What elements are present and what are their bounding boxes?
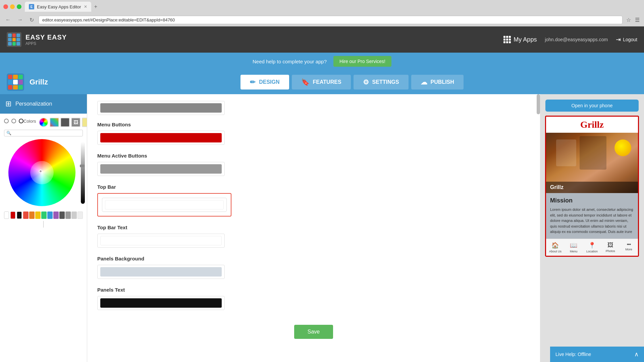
menu-nav-label: Menu: [570, 250, 578, 253]
brightness-thumb[interactable]: [80, 165, 85, 167]
live-help-bar[interactable]: Live Help: Offline ∧: [550, 347, 644, 362]
logo-grid-icon: [7, 32, 21, 47]
color-custom-icon[interactable]: [82, 118, 87, 127]
swatch-white[interactable]: [4, 212, 9, 219]
browser-tab[interactable]: E Easy Easy Apps Editor ✕: [25, 2, 91, 12]
panels-text-label: Panels Text: [97, 287, 530, 293]
phone-nav-about[interactable]: 🏠 About Us: [546, 242, 565, 253]
tab-features[interactable]: 🔖 FEATURES: [292, 75, 351, 89]
color-wheel[interactable]: [8, 139, 75, 206]
color-cursor[interactable]: [39, 170, 42, 173]
pro-services-button[interactable]: Hire our Pro Services!: [333, 56, 391, 67]
main-content: ⊞ Personalization Colors 🖼: [0, 94, 644, 362]
minimize-window-button[interactable]: [10, 4, 15, 9]
swatch-gradient-row: [23, 212, 83, 219]
phone-preview: Open in your phone Grillz Grillz: [540, 94, 644, 362]
color-search-input[interactable]: [13, 131, 80, 135]
phone-hero: Grillz: [546, 133, 638, 193]
panels-text-container[interactable]: [97, 296, 225, 310]
swatch-black[interactable]: [17, 212, 22, 219]
panels-background-container[interactable]: [97, 265, 225, 279]
phone-mission-title: Mission: [550, 197, 634, 204]
browser-icons: ☆ ☰: [625, 16, 641, 23]
color-grid-icon[interactable]: [50, 118, 59, 127]
swatch-gradient-1[interactable]: [23, 212, 29, 219]
swatch-gradient-5[interactable]: [47, 212, 53, 219]
search-icon: 🔍: [6, 131, 11, 135]
phone-nav-location[interactable]: 📍 Location: [583, 242, 601, 253]
more-nav-label: More: [625, 248, 632, 251]
settings-icon[interactable]: ☰: [634, 16, 641, 23]
menu-active-color-container[interactable]: [97, 162, 225, 176]
color-mode-btn-2[interactable]: [11, 119, 16, 123]
app-logo-cell: [8, 85, 12, 89]
scrollbar-thumb[interactable]: [537, 94, 540, 114]
save-button-row: Save: [97, 318, 530, 346]
logo-title: EASY EASY: [25, 34, 67, 41]
swatch-gradient-7[interactable]: [59, 212, 65, 219]
color-wheel-area: [8, 139, 79, 206]
maximize-window-button[interactable]: [17, 4, 21, 9]
app-logo-cell: [13, 85, 17, 89]
app-logo-cell: [13, 75, 17, 79]
grid-cell: [506, 36, 508, 38]
search-row: 🔍: [4, 130, 83, 136]
brightness-slider[interactable]: [81, 142, 85, 204]
phone-nav-more[interactable]: ••• More: [620, 242, 638, 253]
settings-tab-label: SETTINGS: [372, 79, 399, 85]
about-nav-label: About Us: [549, 250, 561, 253]
swatch-gradient-6[interactable]: [53, 212, 59, 219]
phone-nav-photos[interactable]: 🖼 Photos: [601, 242, 620, 253]
color-mode-btn-1[interactable]: [4, 119, 9, 123]
phone-nav-menu[interactable]: 📖 Menu: [565, 242, 583, 253]
top-section-color-bar[interactable]: [100, 103, 222, 113]
address-bar[interactable]: [39, 16, 623, 24]
swatch-red[interactable]: [10, 212, 15, 219]
top-bar-color-container[interactable]: [97, 193, 231, 217]
app-logo-cell: [8, 80, 12, 84]
swatch-gradient-10[interactable]: [77, 212, 83, 219]
sidebar-section-label: Personalization: [15, 101, 52, 107]
open-in-phone-button[interactable]: Open in your phone: [545, 100, 639, 112]
tab-settings[interactable]: ⚙ SETTINGS: [354, 75, 409, 89]
logo-cell: [12, 42, 16, 46]
top-bar-section: Top Bar: [97, 184, 530, 217]
color-mode-btn-3[interactable]: [19, 119, 23, 123]
menu-buttons-color-container[interactable]: [97, 131, 225, 145]
refresh-button[interactable]: ↻: [28, 16, 36, 24]
tab-favicon: E: [29, 4, 34, 9]
tab-publish[interactable]: ☁ PUBLISH: [411, 75, 464, 89]
swatch-gradient-3[interactable]: [35, 212, 41, 219]
swatch-gradient-2[interactable]: [29, 212, 35, 219]
my-apps-button[interactable]: My Apps: [503, 36, 537, 43]
design-icon: ✏: [250, 78, 256, 86]
personalization-icon: ⊞: [5, 100, 11, 108]
bookmark-icon[interactable]: ☆: [625, 16, 632, 23]
logo-text: EASY EASY APPS: [25, 34, 67, 46]
swatch-gradient-9[interactable]: [71, 212, 77, 219]
logout-button[interactable]: ⇥ Logout: [616, 36, 637, 43]
hero-element-2: [580, 136, 606, 170]
menu-buttons-label: Menu Buttons: [97, 122, 530, 127]
tab-close-button[interactable]: ✕: [84, 4, 87, 9]
save-button[interactable]: Save: [294, 325, 333, 339]
forward-button[interactable]: →: [15, 16, 25, 23]
top-bar-text-container[interactable]: [97, 234, 225, 248]
grid-cell: [509, 36, 511, 38]
swatch-gradient-4[interactable]: [41, 212, 47, 219]
close-window-button[interactable]: [3, 4, 8, 9]
publish-tab-label: PUBLISH: [431, 79, 454, 85]
logo-cell: [8, 34, 12, 37]
color-wheel-icon[interactable]: [39, 118, 48, 127]
top-bar-inner-container[interactable]: [102, 198, 227, 212]
color-wheel-center: [30, 161, 54, 184]
color-photo-icon[interactable]: 🖼: [71, 118, 80, 127]
swatch-gradient-8[interactable]: [65, 212, 71, 219]
back-button[interactable]: ←: [3, 16, 13, 23]
tab-title: Easy Easy Apps Editor: [37, 4, 81, 9]
app-logo-cell: [18, 80, 23, 84]
tab-design[interactable]: ✏ DESIGN: [240, 75, 289, 89]
menu-buttons-section: Menu Buttons: [97, 122, 530, 145]
new-tab-button[interactable]: +: [91, 3, 101, 11]
color-palette-icon[interactable]: [60, 118, 70, 127]
